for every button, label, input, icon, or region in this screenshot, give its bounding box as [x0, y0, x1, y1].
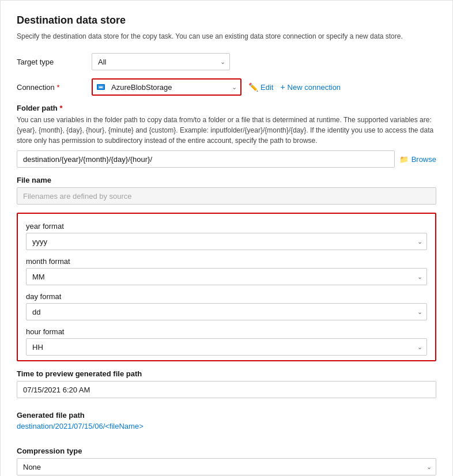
- folder-path-input[interactable]: [17, 150, 395, 168]
- hour-format-select[interactable]: HH H hh h: [26, 338, 427, 356]
- folder-path-section: Folder path * You can use variables in t…: [17, 104, 436, 176]
- preview-label: Time to preview generated file path: [17, 369, 436, 378]
- azure-blob-storage-icon: [96, 82, 105, 92]
- year-format-select[interactable]: yyyy yy y: [26, 233, 427, 250]
- variable-formats-section: year format yyyy yy y ⌄ month format MM …: [17, 213, 436, 361]
- folder-path-required: *: [58, 104, 63, 112]
- new-connection-link[interactable]: + New connection: [280, 82, 341, 92]
- file-name-section: File name: [17, 176, 436, 205]
- generated-path-value: destination/2021/07/15/06/<fileName>: [17, 422, 436, 430]
- svg-rect-2: [99, 86, 103, 88]
- month-format-row: month format MM M mm ⌄: [26, 257, 427, 285]
- target-type-row: Target type All Azure On-premises ⌄: [17, 53, 436, 70]
- month-format-select-wrapper: MM M mm ⌄: [26, 268, 427, 285]
- compression-select-wrapper: None GZip ZipDeflate Snappy Lz4 ⌄: [17, 458, 436, 475]
- preview-section: Time to preview generated file path: [17, 369, 436, 405]
- month-format-label: month format: [26, 257, 427, 266]
- connection-label: Connection *: [17, 83, 92, 92]
- connection-select-wrapper: AzureBlobStorage ⌄: [92, 78, 241, 96]
- plus-icon: +: [280, 82, 285, 92]
- preview-input[interactable]: [17, 381, 436, 398]
- compression-section: Compression type None GZip ZipDeflate Sn…: [17, 447, 436, 475]
- generated-path-section: Generated file path destination/2021/07/…: [17, 411, 436, 439]
- destination-data-store-panel: Destination data store Specify the desti…: [0, 0, 453, 476]
- folder-path-label: Folder path *: [17, 104, 436, 112]
- year-format-row: year format yyyy yy y ⌄: [26, 222, 427, 250]
- connection-actions: ✏️ Edit + New connection: [248, 82, 341, 92]
- compression-select[interactable]: None GZip ZipDeflate Snappy Lz4: [17, 458, 436, 475]
- panel-title: Destination data store: [17, 14, 436, 27]
- day-format-select[interactable]: dd d: [26, 303, 427, 320]
- hour-format-select-wrapper: HH H hh h ⌄: [26, 338, 427, 356]
- connection-required: *: [55, 83, 60, 92]
- year-format-label: year format: [26, 222, 427, 231]
- target-type-select[interactable]: All Azure On-premises: [92, 53, 230, 70]
- edit-link[interactable]: ✏️ Edit: [248, 82, 273, 92]
- month-format-select[interactable]: MM M mm: [26, 268, 427, 285]
- target-type-label: Target type: [17, 58, 92, 66]
- day-format-select-wrapper: dd d ⌄: [26, 303, 427, 320]
- file-name-label: File name: [17, 176, 436, 184]
- hour-format-row: hour format HH H hh h ⌄: [26, 327, 427, 356]
- edit-icon: ✏️: [248, 82, 258, 92]
- year-format-select-wrapper: yyyy yy y ⌄: [26, 233, 427, 250]
- connection-select[interactable]: AzureBlobStorage: [92, 78, 241, 96]
- folder-icon: 📁: [399, 155, 409, 164]
- target-type-select-wrapper: All Azure On-premises ⌄: [92, 53, 230, 70]
- file-name-input[interactable]: [17, 187, 436, 205]
- day-format-label: day format: [26, 292, 427, 301]
- folder-path-input-row: 📁 Browse: [17, 150, 436, 168]
- browse-button[interactable]: 📁 Browse: [399, 155, 436, 164]
- compression-label: Compression type: [17, 447, 436, 455]
- day-format-row: day format dd d ⌄: [26, 292, 427, 320]
- folder-path-description: You can use variables in the folder path…: [17, 115, 436, 146]
- panel-subtitle: Specify the destination data store for t…: [17, 31, 436, 41]
- generated-path-label: Generated file path: [17, 411, 436, 420]
- hour-format-label: hour format: [26, 327, 427, 336]
- connection-row: Connection * AzureBlobStorage ⌄ ✏️ Edit: [17, 78, 436, 96]
